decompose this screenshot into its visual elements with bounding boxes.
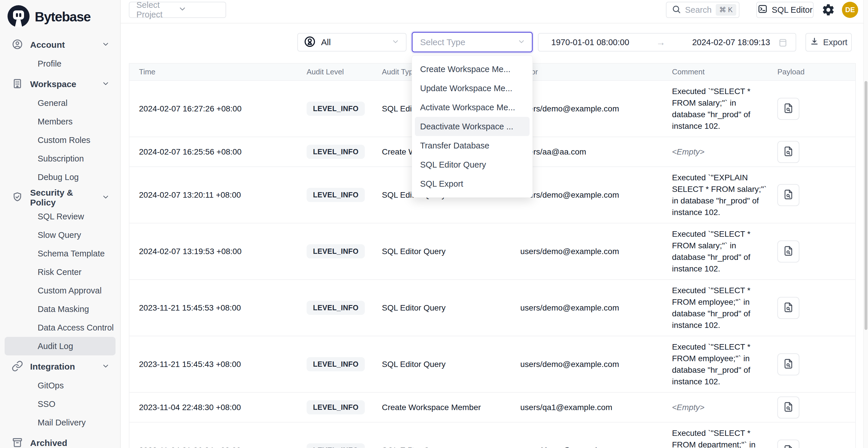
sidebar-item-debug-log[interactable]: Debug Log bbox=[0, 168, 120, 186]
type-option-create-workspace-me[interactable]: Create Workspace Me... bbox=[412, 60, 532, 79]
sql-editor-button[interactable]: SQL Editor bbox=[756, 2, 813, 18]
sidebar: Bytebase AccountProfileWorkspaceGeneralM… bbox=[0, 0, 121, 448]
level-badge: LEVEL_INFO bbox=[307, 301, 365, 315]
sidebar-section-label: Account bbox=[30, 40, 95, 50]
chevron-down-icon bbox=[102, 193, 110, 202]
chevron-down-icon bbox=[178, 5, 220, 15]
sidebar-item-data-masking[interactable]: Data Masking bbox=[0, 300, 120, 318]
sidebar-item-risk-center[interactable]: Risk Center bbox=[0, 263, 120, 281]
sidebar-section-archived[interactable]: Archived bbox=[0, 434, 120, 448]
date-to-value[interactable]: 2024-02-07 18:09:13 bbox=[692, 38, 770, 47]
table-row: 2023-11-04 21:26:24 +08:00LEVEL_INFOSQL … bbox=[129, 422, 855, 448]
terminal-icon bbox=[757, 4, 768, 16]
cell-comment: Executed `"SELECT * FROM employee;"` in … bbox=[662, 285, 768, 331]
level-badge: LEVEL_INFO bbox=[307, 102, 365, 116]
type-option-activate-workspace-me[interactable]: Activate Workspace Me... bbox=[412, 98, 532, 117]
cell-payload bbox=[768, 440, 857, 448]
sidebar-section-workspace[interactable]: Workspace bbox=[0, 75, 120, 94]
sidebar-section-label: Integration bbox=[30, 362, 95, 372]
payload-view-button[interactable] bbox=[777, 184, 799, 206]
cell-actor: users/demo@example.com bbox=[511, 446, 662, 448]
level-badge: LEVEL_INFO bbox=[307, 443, 365, 448]
file-search-icon bbox=[783, 444, 794, 448]
type-option-deactivate-workspace[interactable]: Deactivate Workspace ... bbox=[415, 117, 530, 136]
user-avatar[interactable]: DE bbox=[842, 2, 858, 18]
date-from-value[interactable]: 1970-01-01 08:00:00 bbox=[551, 38, 629, 47]
sidebar-item-slow-query[interactable]: Slow Query bbox=[0, 226, 120, 244]
cell-time: 2023-11-04 21:26:24 +08:00 bbox=[129, 446, 297, 448]
sidebar-item-audit-log[interactable]: Audit Log bbox=[5, 337, 116, 355]
payload-view-button[interactable] bbox=[777, 440, 799, 448]
cell-actor: users/demo@example.com bbox=[511, 303, 662, 313]
cell-audit-type: SQL Editor Query bbox=[372, 303, 511, 313]
payload-view-button[interactable] bbox=[777, 297, 799, 319]
cell-audit-level: LEVEL_INFO bbox=[297, 400, 372, 414]
type-option-update-workspace-me[interactable]: Update Workspace Me... bbox=[412, 79, 532, 98]
file-search-icon bbox=[783, 102, 794, 115]
chevron-down-icon bbox=[392, 38, 400, 47]
cell-comment: <Empty> bbox=[662, 146, 768, 158]
table-row: 2023-11-21 15:45:53 +08:00LEVEL_INFOSQL … bbox=[129, 280, 855, 336]
sidebar-item-gitops[interactable]: GitOps bbox=[0, 376, 120, 395]
chevron-down-icon bbox=[517, 38, 526, 47]
sidebar-item-schema-template[interactable]: Schema Template bbox=[0, 244, 120, 263]
cell-audit-level: LEVEL_INFO bbox=[297, 244, 372, 258]
cell-time: 2023-11-21 15:45:53 +08:00 bbox=[129, 303, 297, 313]
actor-filter-select[interactable]: All bbox=[297, 33, 406, 52]
sidebar-item-profile[interactable]: Profile bbox=[0, 55, 120, 73]
export-button[interactable]: Export bbox=[805, 33, 852, 52]
cell-comment: Executed `"SELECT * FROM salary;"` in da… bbox=[662, 228, 768, 275]
type-option-transfer-database[interactable]: Transfer Database bbox=[412, 136, 532, 155]
search-input[interactable]: Search ⌘ K bbox=[666, 2, 739, 18]
cell-audit-level: LEVEL_INFO bbox=[297, 443, 372, 448]
bytebase-logo-icon bbox=[7, 5, 30, 28]
file-search-icon bbox=[783, 189, 794, 201]
payload-view-button[interactable] bbox=[777, 241, 799, 262]
scrollbar-thumb[interactable] bbox=[865, 81, 867, 330]
export-label: Export bbox=[823, 38, 847, 47]
cell-audit-level: LEVEL_INFO bbox=[297, 357, 372, 371]
sidebar-item-sql-review[interactable]: SQL Review bbox=[0, 207, 120, 226]
payload-view-button[interactable] bbox=[777, 98, 799, 120]
type-option-sql-editor-query[interactable]: SQL Editor Query bbox=[412, 155, 532, 174]
sidebar-item-mail-delivery[interactable]: Mail Delivery bbox=[0, 413, 120, 432]
payload-view-button[interactable] bbox=[777, 353, 799, 375]
sidebar-section-label: Archived bbox=[30, 438, 110, 448]
sidebar-item-general[interactable]: General bbox=[0, 94, 120, 112]
payload-view-button[interactable] bbox=[777, 396, 799, 418]
settings-gear-icon[interactable] bbox=[822, 3, 835, 17]
cell-audit-level: LEVEL_INFO bbox=[297, 102, 372, 116]
cell-audit-type: Create Workspace Member bbox=[372, 403, 511, 412]
brand-logo[interactable]: Bytebase bbox=[0, 0, 120, 31]
sidebar-item-subscription[interactable]: Subscription bbox=[0, 149, 120, 168]
payload-view-button[interactable] bbox=[777, 141, 799, 163]
brand-name: Bytebase bbox=[35, 9, 91, 25]
cell-payload bbox=[768, 297, 857, 319]
sidebar-item-custom-approval[interactable]: Custom Approval bbox=[0, 281, 120, 300]
type-filter-select[interactable]: Select Type bbox=[412, 32, 533, 53]
cell-actor: users/demo@example.com bbox=[511, 360, 662, 369]
sidebar-section-account[interactable]: Account bbox=[0, 35, 120, 55]
sidebar-section-integration[interactable]: Integration bbox=[0, 357, 120, 376]
date-range-picker[interactable]: 1970-01-01 08:00:00 → 2024-02-07 18:09:1… bbox=[538, 33, 796, 52]
cell-comment: Executed `"SELECT * FROM salary;"` in da… bbox=[662, 86, 768, 132]
cell-actor: users/aa@aa.com bbox=[511, 147, 662, 157]
cell-audit-type: SQL Editor Query bbox=[372, 360, 511, 369]
chevron-down-icon bbox=[102, 79, 110, 89]
file-search-icon bbox=[783, 245, 794, 258]
sidebar-section-security-policy[interactable]: Security & Policy bbox=[0, 188, 120, 207]
column-header-payload: Payload bbox=[768, 67, 857, 76]
project-select[interactable]: Select Project bbox=[129, 2, 226, 18]
level-badge: LEVEL_INFO bbox=[307, 188, 365, 202]
cell-comment: <Empty> bbox=[662, 402, 768, 413]
calendar-icon bbox=[778, 37, 788, 47]
sidebar-section-label: Security & Policy bbox=[30, 188, 95, 207]
sidebar-item-members[interactable]: Members bbox=[0, 112, 120, 131]
sidebar-item-custom-roles[interactable]: Custom Roles bbox=[0, 131, 120, 149]
type-option-sql-export[interactable]: SQL Export bbox=[412, 174, 532, 193]
sidebar-item-data-access-control[interactable]: Data Access Control bbox=[0, 318, 120, 337]
cell-time: 2023-11-21 15:45:43 +08:00 bbox=[129, 360, 297, 369]
vertical-scrollbar bbox=[863, 0, 868, 448]
sidebar-item-sso[interactable]: SSO bbox=[0, 395, 120, 413]
arrow-right-icon: → bbox=[629, 37, 692, 48]
